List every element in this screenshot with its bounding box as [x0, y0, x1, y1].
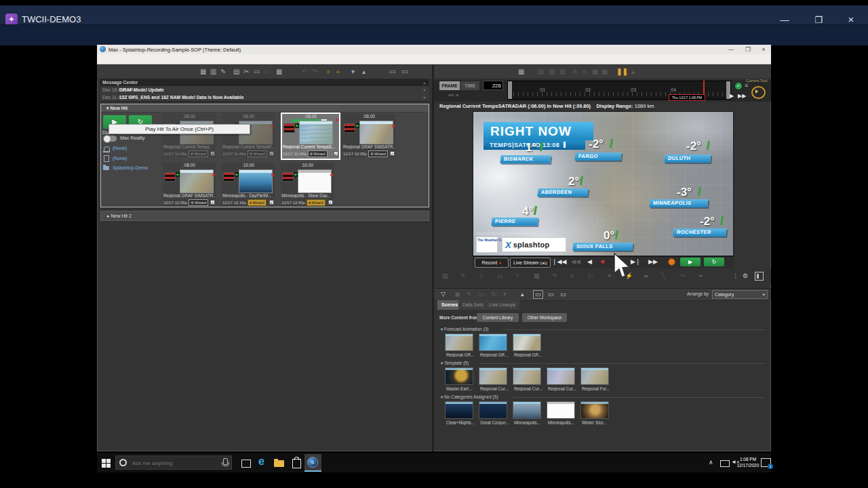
save-icon[interactable]: ▤ [233, 65, 239, 79]
collapse-down-icon[interactable]: ▾ [351, 65, 355, 79]
tool-icon[interactable]: ▰ [644, 272, 648, 279]
new-scene-icon[interactable]: ▦ [200, 65, 206, 79]
scene-thumb[interactable] [445, 333, 473, 351]
rp-tool-icon[interactable]: ▤ [559, 65, 566, 79]
edit-scene-icon[interactable]: ✎ [220, 65, 226, 79]
frame-mode-button[interactable]: FRAME [439, 81, 460, 90]
layout-three-icon[interactable]: ▭ [401, 65, 408, 79]
content-library-button[interactable]: Content Library [477, 313, 519, 322]
ffwd-icon[interactable]: ▶▶ [648, 258, 658, 266]
scene-thumb[interactable] [445, 367, 473, 385]
hit-card[interactable]: :10.00 ▶ Minneapolis - DayPartM... 12/17… [222, 163, 275, 206]
taskbar-search-input[interactable] [131, 458, 215, 469]
max-reality-toggle[interactable] [103, 136, 117, 142]
group-header[interactable]: ▾ No Categories Assigned (5) [441, 394, 498, 400]
current-tool-icon[interactable] [751, 86, 766, 99]
edge-browser-icon[interactable]: e [258, 455, 264, 468]
tool-icon[interactable]: ⚐ [479, 272, 484, 279]
open-scene-icon[interactable]: ▥ [210, 65, 216, 79]
scene-thumb[interactable] [479, 401, 507, 419]
clapper-icon[interactable]: ▦ [518, 65, 524, 79]
paste-icon[interactable]: ▭ [264, 65, 270, 79]
scene-thumb[interactable] [445, 401, 473, 419]
start-button[interactable] [102, 459, 111, 468]
go-start-icon[interactable]: ❘◀◀ [552, 258, 566, 266]
undo-icon[interactable]: ↶ [302, 65, 307, 79]
max-close-button[interactable]: × [757, 45, 770, 54]
rp-tool-icon[interactable]: ▤ [538, 65, 544, 79]
view-large-icon[interactable]: ▭ [533, 290, 543, 299]
ruler-left-handle[interactable] [508, 81, 512, 99]
panel-exit-icon[interactable] [755, 272, 764, 281]
hit-card[interactable]: :06.00 ▶ Regional Current Temps 12/17 11… [163, 114, 216, 157]
taskbar-clock[interactable]: 1:08 PM12/17/2020 [736, 456, 760, 469]
loop-button[interactable]: ↻ [704, 258, 724, 266]
store-icon[interactable] [292, 459, 301, 468]
scene-thumb[interactable] [547, 367, 575, 385]
rp-list-icon[interactable]: ≡ [573, 65, 577, 79]
timeline-play-icon[interactable]: ▶ [730, 93, 734, 99]
scene-thumb[interactable] [479, 367, 507, 385]
record-dot-icon[interactable]: ● [326, 65, 330, 79]
timeline-check-icon[interactable]: ✓ [735, 83, 742, 89]
new-hit-2-header[interactable]: ▸ New Hit 2 [100, 211, 429, 221]
rp-grid-icon[interactable]: ▦ [592, 65, 598, 79]
mark-in-out-icon[interactable]: ❚❚ [616, 65, 628, 79]
tool-icon[interactable]: ✑ [680, 272, 686, 279]
scene-thumb[interactable] [479, 333, 507, 351]
group-header[interactable]: ▾ Forecast Animation (3) [441, 327, 488, 332]
tray-expand-icon[interactable]: ∧ [709, 459, 713, 466]
cb-icon[interactable]: ▭ [479, 289, 485, 299]
group-header[interactable]: ▾ Template (5) [441, 361, 469, 366]
frame-step-icons[interactable]: ◀◀ ▶ [448, 92, 459, 97]
record-dot2-icon[interactable]: ● [336, 65, 340, 79]
tool-icon[interactable]: ✒ [698, 272, 704, 279]
scene-thumb[interactable] [513, 401, 541, 419]
timeline-ffwd-icon[interactable]: ▶▶ [738, 93, 746, 99]
other-workspace-button[interactable]: Other Workspace [522, 313, 567, 322]
tool-icon[interactable]: ╲ [662, 272, 665, 279]
cb-icon[interactable]: ▣ [454, 289, 460, 299]
rp-collapse-icon[interactable]: ▴ [631, 65, 635, 79]
new-hit-header[interactable]: ▾ New Hit [101, 104, 429, 113]
tool-icon[interactable]: ? [515, 272, 519, 279]
network-icon[interactable] [720, 460, 730, 467]
pane-divider[interactable] [432, 65, 434, 451]
library-icon[interactable]: ▦ [276, 65, 282, 79]
more-options-icon[interactable]: ⋮ [732, 272, 738, 279]
scene-thumb[interactable] [513, 333, 541, 351]
layout-two-icon[interactable]: ▭ [389, 65, 395, 79]
alert-none-link[interactable]: (None) [113, 146, 127, 150]
rp-list2-icon[interactable]: ≡ [583, 65, 587, 79]
scene-thumb[interactable] [547, 401, 575, 419]
hit-card-selected[interactable]: :06.00 ▶ Regional Current TempsS... 12/1… [281, 113, 340, 160]
cb-icon[interactable]: ✎ [467, 289, 472, 299]
redo-icon[interactable]: ↷ [312, 65, 317, 79]
gear-icon[interactable]: ⚙ [743, 272, 748, 279]
max-title-bar[interactable]: Max - Splashtop-Recording-Sample-SOP (Th… [97, 45, 771, 55]
microphone-icon[interactable] [223, 458, 228, 465]
record-button[interactable]: Record ● [475, 258, 509, 268]
collapse-all-icon[interactable]: ▴ [521, 289, 524, 299]
rp-grid2-icon[interactable]: ▦ [601, 65, 608, 79]
tool-icon[interactable]: ✦ [607, 272, 612, 279]
hit-card[interactable]: :10.00 ▶ Minneapolis - Skew Day... 12/17… [281, 163, 334, 206]
frame-value-field[interactable]: 226 [483, 81, 503, 90]
live-stream-button[interactable]: Live Stream ((●)) [510, 258, 551, 268]
view-medium-icon[interactable]: ▭ [548, 289, 554, 299]
scene-thumb[interactable] [580, 367, 609, 385]
tool-icon[interactable]: ↷ [552, 272, 557, 279]
tool-icon[interactable]: ▤ [442, 272, 448, 279]
hit-card[interactable]: :06.00 ▶ Regional Current TempsR... 12/1… [222, 114, 275, 157]
hit-card[interactable]: :08.00 ▶ Regional GRAF SIMSATR... 12/17 … [163, 163, 216, 206]
max-minimize-button[interactable]: — [724, 45, 738, 54]
action-center-icon[interactable]: 1 [761, 458, 771, 467]
pause-hold-button[interactable] [668, 258, 675, 266]
timeline-list-icon[interactable]: ≡ [745, 82, 748, 89]
file-explorer-icon[interactable] [274, 460, 284, 467]
cortana-search-box[interactable] [115, 455, 232, 470]
cut-icon[interactable]: ✂ [243, 65, 249, 79]
scene-thumb[interactable] [580, 401, 609, 419]
tool-icon[interactable]: ≡ [570, 272, 574, 279]
arrange-by-select[interactable]: Category▾ [712, 290, 768, 299]
